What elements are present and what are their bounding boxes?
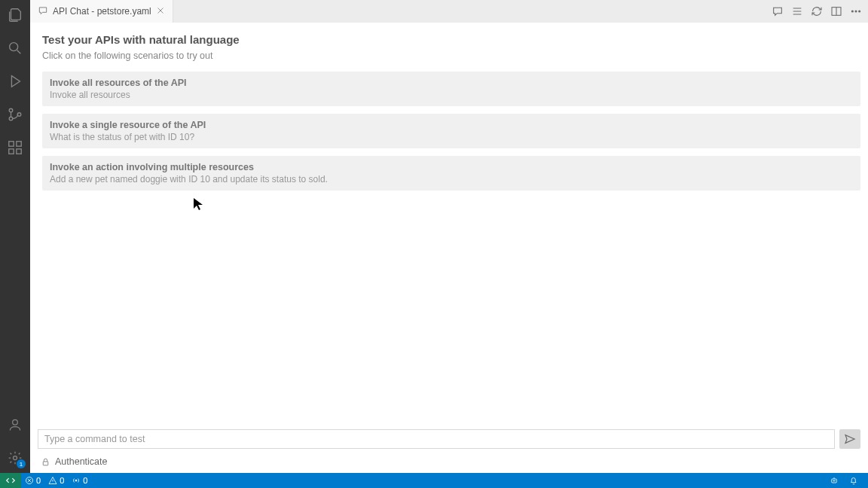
scenario-card[interactable]: Invoke a single resource of the API What…: [42, 114, 860, 148]
settings-badge: 1: [17, 459, 26, 468]
page-subtitle: Click on the following scenarios to try …: [42, 50, 860, 61]
more-icon[interactable]: [850, 5, 862, 17]
status-bar: 0 0 0: [0, 473, 868, 488]
error-icon: [25, 476, 34, 485]
svg-rect-4: [9, 142, 14, 146]
copilot-status-icon[interactable]: [827, 473, 841, 488]
remote-indicator[interactable]: [0, 473, 21, 488]
svg-point-12: [855, 11, 857, 12]
chat-area: Test your APIs with natural language Cli…: [30, 23, 868, 429]
ports-forwarded[interactable]: 0: [68, 473, 91, 488]
tab-api-chat[interactable]: API Chat - petstore.yaml: [30, 0, 173, 23]
svg-point-19: [835, 480, 836, 481]
problems-errors[interactable]: 0: [21, 473, 44, 488]
svg-point-1: [9, 108, 13, 112]
svg-point-16: [75, 480, 77, 481]
editor-tabbar: API Chat - petstore.yaml: [30, 0, 868, 23]
warning-icon: [48, 476, 57, 485]
radio-icon: [72, 476, 81, 485]
warning-count: 0: [60, 476, 64, 485]
svg-rect-5: [17, 142, 21, 146]
tab-title: API Chat - petstore.yaml: [53, 6, 151, 17]
list-action-icon[interactable]: [791, 5, 803, 17]
svg-point-11: [851, 11, 853, 12]
problems-warnings[interactable]: 0: [44, 473, 68, 488]
chat-file-icon: [38, 5, 48, 18]
split-editor-icon[interactable]: [830, 5, 842, 17]
source-control-icon[interactable]: [6, 105, 24, 124]
notifications-icon[interactable]: [847, 473, 860, 488]
scenario-card[interactable]: Invoke all resources of the API Invoke a…: [42, 72, 860, 106]
svg-rect-7: [17, 149, 21, 154]
activity-bar: 1: [0, 0, 30, 473]
svg-point-8: [13, 419, 18, 425]
page-title: Test your APIs with natural language: [42, 33, 860, 46]
scenario-desc: What is the status of pet with ID 10?: [50, 132, 853, 142]
command-input-row: [30, 429, 868, 449]
svg-rect-6: [9, 149, 14, 154]
svg-point-2: [9, 117, 13, 120]
svg-point-18: [833, 480, 834, 481]
svg-point-0: [10, 43, 18, 51]
scenario-desc: Invoke all resources: [50, 90, 853, 100]
account-icon[interactable]: [6, 416, 24, 434]
scenario-title: Invoke all resources of the API: [50, 78, 853, 88]
editor-actions: [766, 0, 868, 23]
close-icon[interactable]: [156, 6, 165, 17]
refresh-icon[interactable]: [811, 5, 823, 17]
authenticate-button[interactable]: Authenticate: [30, 453, 868, 473]
scenario-card[interactable]: Invoke an action involving multiple reso…: [42, 156, 860, 191]
send-button[interactable]: [839, 429, 860, 449]
svg-rect-14: [43, 461, 48, 465]
command-input[interactable]: [38, 429, 835, 449]
scenario-title: Invoke a single resource of the API: [50, 120, 853, 130]
svg-point-9: [14, 456, 17, 460]
ports-count: 0: [83, 476, 87, 485]
authenticate-label: Authenticate: [55, 456, 108, 467]
scenario-title: Invoke an action involving multiple reso…: [50, 162, 853, 172]
error-count: 0: [36, 476, 41, 485]
scenario-desc: Add a new pet named doggie with ID 10 an…: [50, 174, 853, 185]
lock-icon: [41, 457, 50, 467]
search-icon[interactable]: [6, 39, 24, 57]
svg-rect-17: [832, 479, 837, 483]
svg-point-13: [859, 11, 860, 12]
settings-gear-icon[interactable]: 1: [6, 449, 24, 467]
explorer-icon[interactable]: [6, 6, 24, 24]
chat-action-icon[interactable]: [772, 5, 784, 17]
run-debug-icon[interactable]: [6, 72, 24, 90]
extensions-icon[interactable]: [6, 139, 24, 157]
